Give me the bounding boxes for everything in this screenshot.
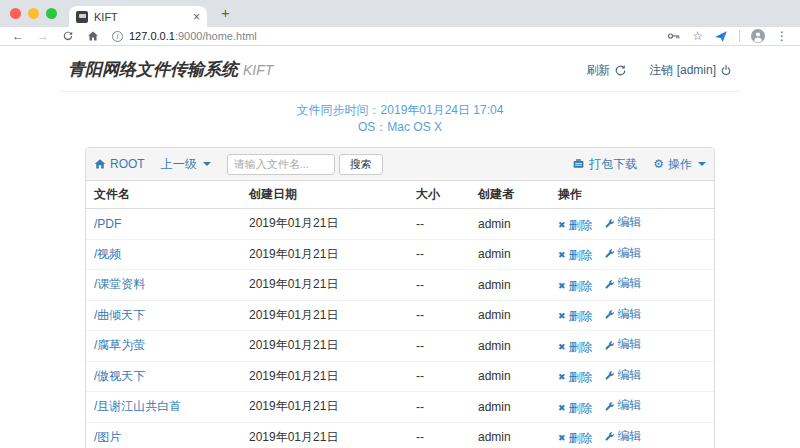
back-icon[interactable]: ←	[12, 30, 24, 42]
delete-x-icon: ✖	[558, 282, 566, 291]
delete-button[interactable]: ✖删除	[558, 430, 593, 447]
wrench-icon	[605, 401, 615, 411]
operations-cell: ✖删除编辑	[550, 331, 714, 362]
edit-button[interactable]: 编辑	[605, 367, 642, 384]
search-button[interactable]: 搜索	[339, 154, 383, 175]
delete-button[interactable]: ✖删除	[558, 369, 593, 386]
edit-button[interactable]: 编辑	[605, 245, 642, 262]
delete-button[interactable]: ✖删除	[558, 278, 593, 295]
os-line: OS：Mac OS X	[0, 119, 800, 136]
minimize-window-button[interactable]	[28, 8, 39, 19]
extension-paper-plane-icon[interactable]	[714, 30, 728, 43]
file-link[interactable]: /课堂资料	[94, 277, 145, 291]
operations-cell: ✖删除编辑	[550, 361, 714, 392]
logout-button[interactable]: 注销 [admin]	[649, 62, 732, 79]
status-lines: 文件同步时间：2019年01月24日 17:04 OS：Mac OS X	[0, 102, 800, 136]
edit-button[interactable]: 编辑	[605, 306, 642, 323]
table-row: /PDF2019年01月21日--admin✖删除编辑	[86, 209, 714, 240]
forward-icon[interactable]: →	[37, 30, 49, 42]
browser-menu-icon[interactable]: ⋮	[776, 29, 788, 43]
actions-label: 操作	[668, 156, 692, 173]
col-operations: 操作	[550, 181, 714, 209]
file-name-cell: /视频	[86, 239, 241, 270]
file-link[interactable]: /视频	[94, 247, 121, 261]
created-date-cell: 2019年01月21日	[241, 361, 408, 392]
file-panel: ROOT 上一级 搜索 打包下载	[85, 147, 715, 448]
parent-folder-dropdown[interactable]: 上一级	[161, 156, 211, 173]
edit-button[interactable]: 编辑	[605, 397, 642, 414]
refresh-button[interactable]: 刷新	[586, 62, 627, 79]
file-name-cell: /图片	[86, 422, 241, 448]
operations-cell: ✖删除编辑	[550, 270, 714, 301]
operations-cell: ✖删除编辑	[550, 392, 714, 423]
delete-button[interactable]: ✖删除	[558, 247, 593, 264]
wrench-icon	[605, 340, 615, 350]
edit-button[interactable]: 编辑	[605, 275, 642, 292]
wrench-icon	[605, 309, 615, 319]
delete-x-icon: ✖	[558, 404, 566, 413]
delete-button[interactable]: ✖删除	[558, 217, 593, 234]
size-cell: --	[408, 392, 470, 423]
close-window-button[interactable]	[10, 8, 21, 19]
table-row: /视频2019年01月21日--admin✖删除编辑	[86, 239, 714, 270]
file-link[interactable]: /且谢江山共白首	[94, 399, 181, 413]
delete-button[interactable]: ✖删除	[558, 400, 593, 417]
reload-icon[interactable]	[62, 30, 74, 42]
file-link[interactable]: /PDF	[94, 217, 121, 231]
wrench-icon	[605, 248, 615, 258]
edit-label: 编辑	[618, 428, 642, 445]
page-info-icon[interactable]: i	[112, 31, 123, 42]
file-name-cell: /曲倾天下	[86, 300, 241, 331]
file-name-cell: /腐草为萤	[86, 331, 241, 362]
edit-label: 编辑	[618, 275, 642, 292]
password-key-icon[interactable]	[667, 30, 681, 42]
browser-tab[interactable]: KIFT ×	[69, 6, 207, 27]
page-header: 青阳网络文件传输系统KIFT 刷新 注销 [admin]	[60, 52, 740, 92]
creator-cell: admin	[470, 270, 550, 301]
file-link[interactable]: /腐草为萤	[94, 338, 145, 352]
tab-title: KIFT	[94, 11, 193, 23]
root-button[interactable]: ROOT	[94, 157, 145, 171]
file-link[interactable]: /傲视天下	[94, 369, 145, 383]
new-tab-button[interactable]: +	[221, 4, 230, 21]
file-link[interactable]: /曲倾天下	[94, 308, 145, 322]
edit-button[interactable]: 编辑	[605, 214, 642, 231]
created-date-cell: 2019年01月21日	[241, 300, 408, 331]
home-folder-icon	[94, 158, 106, 170]
package-download-label: 打包下载	[589, 156, 637, 173]
size-cell: --	[408, 361, 470, 392]
file-toolbar: ROOT 上一级 搜索 打包下载	[86, 148, 714, 181]
parent-label: 上一级	[161, 156, 197, 173]
refresh-icon	[614, 64, 627, 77]
edit-label: 编辑	[618, 214, 642, 231]
size-cell: --	[408, 422, 470, 448]
profile-avatar[interactable]	[751, 29, 765, 43]
package-download-button[interactable]: 打包下载	[572, 156, 637, 173]
tab-close-icon[interactable]: ×	[193, 11, 200, 23]
file-name-cell: /且谢江山共白首	[86, 392, 241, 423]
delete-label: 删除	[569, 217, 593, 234]
zoom-window-button[interactable]	[46, 8, 57, 19]
bookmark-star-icon[interactable]: ☆	[692, 30, 703, 42]
delete-button[interactable]: ✖删除	[558, 308, 593, 325]
url-text[interactable]: 127.0.0.1:9000/home.html	[129, 30, 257, 42]
file-table-head: 文件名 创建日期 大小 创建者 操作	[86, 181, 714, 209]
home-icon[interactable]	[87, 30, 99, 42]
browser-tab-strip: KIFT × +	[0, 0, 800, 27]
caret-down-icon	[203, 162, 211, 166]
edit-label: 编辑	[618, 306, 642, 323]
file-link[interactable]: /图片	[94, 430, 121, 444]
delete-button[interactable]: ✖删除	[558, 339, 593, 356]
edit-button[interactable]: 编辑	[605, 428, 642, 445]
delete-label: 删除	[569, 400, 593, 417]
table-row: /傲视天下2019年01月21日--admin✖删除编辑	[86, 361, 714, 392]
operations-cell: ✖删除编辑	[550, 422, 714, 448]
actions-dropdown[interactable]: ⚙ 操作	[653, 156, 706, 173]
edit-button[interactable]: 编辑	[605, 336, 642, 353]
creator-cell: admin	[470, 239, 550, 270]
wrench-icon	[605, 370, 615, 380]
url-host: 127.0.0.1	[129, 30, 175, 42]
delete-x-icon: ✖	[558, 343, 566, 352]
search-input[interactable]	[227, 154, 335, 175]
page-title: 青阳网络文件传输系统KIFT	[68, 58, 273, 81]
